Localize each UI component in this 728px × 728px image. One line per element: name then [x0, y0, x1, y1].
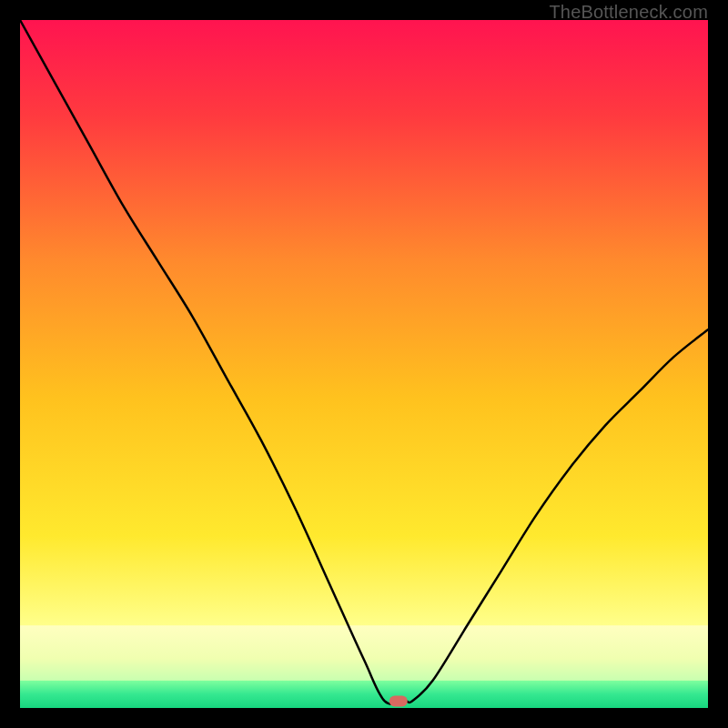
chart-container: TheBottleneck.com — [0, 0, 728, 728]
watermark-text: TheBottleneck.com — [549, 2, 708, 23]
pale-band — [20, 625, 708, 680]
chart-plot — [20, 20, 708, 708]
optimum-marker — [389, 695, 408, 706]
green-band — [20, 681, 708, 708]
gradient-background — [20, 20, 708, 708]
